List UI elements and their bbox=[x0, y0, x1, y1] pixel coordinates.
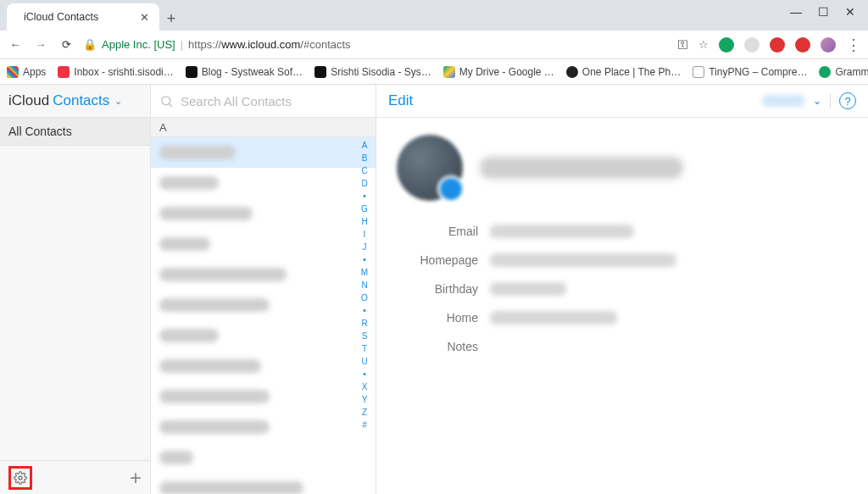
window-close[interactable]: ✕ bbox=[844, 5, 856, 19]
contact-name-blurred bbox=[159, 176, 219, 190]
reload-button[interactable]: ⟳ bbox=[58, 38, 75, 51]
gmail-icon bbox=[58, 66, 70, 78]
section-header: A bbox=[151, 117, 376, 137]
field-value-blurred bbox=[490, 225, 634, 238]
window-maximize[interactable]: ☐ bbox=[817, 5, 829, 19]
alpha-index-letter[interactable]: • bbox=[357, 255, 372, 264]
alpha-index-letter[interactable]: • bbox=[357, 369, 372, 379]
browser-tab-icloud[interactable]: iCloud Contacts ✕ bbox=[7, 3, 159, 31]
alpha-index-letter[interactable]: X bbox=[357, 382, 372, 391]
menu-icon[interactable]: ⋮ bbox=[846, 36, 861, 54]
grammarly-icon bbox=[819, 66, 831, 78]
search-icon bbox=[159, 94, 174, 108]
app-switcher[interactable]: iCloud Contacts ⌄ bbox=[0, 85, 150, 117]
alpha-index-letter[interactable]: U bbox=[357, 357, 372, 366]
back-button[interactable]: ← bbox=[7, 38, 24, 51]
bookmark-item[interactable]: Srishti Sisodia - Sys… bbox=[314, 66, 431, 78]
detail-field: Birthday bbox=[397, 282, 848, 296]
contacts-list: A ABCD•GHIJ•MNO•RSTU•XYZ# bbox=[151, 85, 376, 494]
close-icon[interactable]: ✕ bbox=[140, 11, 149, 24]
bookmarks-bar: Apps Inbox - srishti.sisodi… Blog - Syst… bbox=[0, 59, 868, 85]
star-icon[interactable]: ☆ bbox=[698, 38, 709, 51]
add-button[interactable]: + bbox=[130, 466, 142, 490]
contact-row[interactable] bbox=[151, 290, 376, 320]
contact-name-blurred bbox=[159, 390, 270, 403]
contact-name-blurred bbox=[159, 268, 287, 281]
alpha-index[interactable]: ABCD•GHIJ•MNO•RSTU•XYZ# bbox=[357, 141, 372, 489]
brand-icloud: iCloud bbox=[8, 92, 49, 109]
alpha-index-letter[interactable]: H bbox=[357, 217, 372, 226]
extension-icon[interactable] bbox=[744, 37, 760, 53]
contact-row[interactable] bbox=[151, 320, 376, 351]
search-input[interactable] bbox=[181, 94, 367, 108]
alpha-index-letter[interactable]: C bbox=[357, 166, 372, 175]
chevron-down-icon[interactable]: ⌄ bbox=[813, 95, 821, 107]
extension-icon[interactable] bbox=[770, 37, 785, 53]
alpha-index-letter[interactable]: D bbox=[357, 179, 372, 188]
drive-icon bbox=[443, 66, 455, 78]
extension-icon[interactable] bbox=[795, 37, 810, 53]
contact-name-blurred bbox=[159, 359, 261, 373]
alpha-index-letter[interactable]: I bbox=[357, 230, 372, 239]
bookmark-item[interactable]: Grammarly bbox=[819, 66, 868, 78]
contact-row[interactable] bbox=[151, 351, 376, 381]
brand-contacts: Contacts bbox=[53, 92, 109, 109]
contact-row[interactable] bbox=[151, 412, 376, 442]
contact-row[interactable] bbox=[151, 198, 376, 229]
contact-avatar[interactable] bbox=[397, 135, 463, 201]
contact-row[interactable] bbox=[151, 137, 376, 168]
help-button[interactable]: ? bbox=[839, 92, 856, 109]
new-tab-button[interactable]: + bbox=[159, 7, 183, 31]
contact-row[interactable] bbox=[151, 259, 376, 290]
extension-icon[interactable] bbox=[719, 37, 734, 53]
bookmark-item[interactable]: My Drive - Google … bbox=[443, 66, 554, 78]
contact-row[interactable] bbox=[151, 229, 376, 259]
alpha-index-letter[interactable]: Y bbox=[357, 395, 372, 404]
site-icon bbox=[693, 66, 704, 78]
alpha-index-letter[interactable]: M bbox=[357, 268, 372, 277]
bookmark-item[interactable]: One Place | The Ph… bbox=[566, 66, 681, 78]
alpha-index-letter[interactable]: R bbox=[357, 319, 372, 328]
alpha-index-letter[interactable]: S bbox=[357, 331, 372, 341]
alpha-index-letter[interactable]: # bbox=[357, 420, 372, 430]
alpha-index-letter[interactable]: • bbox=[357, 306, 372, 315]
contact-detail: Edit ⌄ ? EmailHomepageBirthdayHomeNotes bbox=[376, 85, 868, 494]
contact-name-blurred bbox=[159, 420, 270, 434]
site-icon bbox=[314, 66, 326, 78]
browser-addressbar: ← → ⟳ 🔒 Apple Inc. [US] | https://www.ic… bbox=[0, 31, 868, 59]
group-all-contacts[interactable]: All Contacts bbox=[0, 117, 150, 146]
alpha-index-letter[interactable]: O bbox=[357, 293, 372, 303]
contact-row[interactable] bbox=[151, 381, 376, 412]
apps-shortcut[interactable]: Apps bbox=[7, 66, 46, 78]
contact-name-blurred bbox=[159, 298, 270, 312]
edit-button[interactable]: Edit bbox=[388, 92, 413, 109]
alpha-index-letter[interactable]: B bbox=[357, 153, 372, 163]
bookmark-item[interactable]: Blog - Systweak Sof… bbox=[186, 66, 303, 78]
chevron-down-icon: ⌄ bbox=[114, 96, 122, 107]
alpha-index-letter[interactable]: • bbox=[357, 191, 372, 201]
bookmark-item[interactable]: Inbox - srishti.sisodi… bbox=[58, 66, 173, 78]
profile-avatar[interactable] bbox=[821, 37, 836, 53]
field-label: Email bbox=[397, 225, 478, 238]
key-icon[interactable]: ⚿ bbox=[677, 38, 688, 51]
forward-button[interactable]: → bbox=[32, 38, 49, 51]
alpha-index-letter[interactable]: Z bbox=[357, 408, 372, 417]
alpha-index-letter[interactable]: A bbox=[357, 141, 372, 150]
field-label: Home bbox=[397, 311, 478, 325]
field-label: Homepage bbox=[397, 253, 478, 267]
contact-row[interactable] bbox=[151, 442, 376, 473]
field-value-blurred bbox=[490, 282, 566, 296]
window-minimize[interactable]: — bbox=[790, 5, 802, 19]
contact-name-blurred bbox=[159, 329, 219, 342]
alpha-index-letter[interactable]: T bbox=[357, 344, 372, 353]
account-name[interactable] bbox=[762, 95, 804, 107]
omnibox[interactable]: 🔒 Apple Inc. [US] | https://www.icloud.c… bbox=[83, 38, 669, 51]
contact-name-blurred bbox=[159, 207, 253, 220]
alpha-index-letter[interactable]: G bbox=[357, 204, 372, 214]
alpha-index-letter[interactable]: N bbox=[357, 280, 372, 290]
alpha-index-letter[interactable]: J bbox=[357, 242, 372, 252]
contact-row[interactable] bbox=[151, 473, 376, 494]
bookmark-item[interactable]: TinyPNG – Compre… bbox=[693, 66, 807, 78]
contact-row[interactable] bbox=[151, 168, 376, 198]
settings-button[interactable] bbox=[8, 466, 32, 490]
